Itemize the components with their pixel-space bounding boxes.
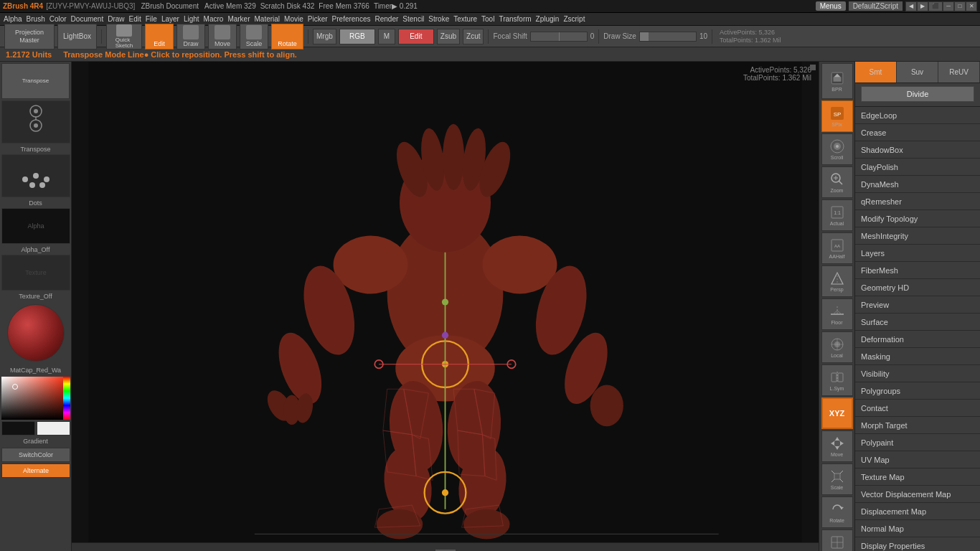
menu-item-dynamesh[interactable]: DynaMesh: [855, 176, 980, 193]
menu-item-picker[interactable]: Picker: [306, 14, 330, 24]
menu-item-alpha[interactable]: Alpha: [1, 14, 24, 24]
menu-item-color[interactable]: Color: [47, 14, 69, 24]
focal-shift-slider[interactable]: [530, 32, 588, 42]
menu-item-light[interactable]: Light: [182, 14, 202, 24]
menu-item-document[interactable]: Document: [69, 14, 106, 24]
menu-item-stencil[interactable]: Stencil: [400, 14, 426, 24]
menus-button[interactable]: Menus: [816, 1, 846, 11]
top-icon-5[interactable]: □: [954, 1, 966, 11]
draw-size-slider[interactable]: [639, 32, 697, 42]
menu-item-tool[interactable]: Tool: [479, 14, 496, 24]
menu-item-zplugin[interactable]: Zplugin: [534, 14, 562, 24]
texture-preview[interactable]: Texture: [1, 255, 70, 291]
menu-item-surface[interactable]: Surface: [855, 314, 980, 331]
move-tool-btn[interactable]: Move: [821, 430, 853, 462]
rotate-tool-btn[interactable]: Rotate: [821, 496, 853, 528]
menu-item-deformation[interactable]: Deformation: [855, 331, 980, 348]
spix-btn[interactable]: SP SPix: [821, 100, 853, 132]
menu-item-meshintegrity[interactable]: MeshIntegrity: [855, 227, 980, 245]
rgb-fill-btn[interactable]: RGB: [339, 29, 375, 44]
alpha-preview[interactable]: Alpha: [1, 208, 70, 244]
menu-item-crease[interactable]: Crease: [855, 124, 980, 141]
persp-btn[interactable]: Persp: [821, 265, 853, 297]
menu-item-stroke[interactable]: Stroke: [426, 14, 451, 24]
reuv-btn[interactable]: ReUV: [938, 62, 980, 83]
zsub-btn[interactable]: Zsub: [437, 29, 460, 44]
color-picker[interactable]: [1, 377, 70, 435]
lsym-btn[interactable]: L.Sym: [821, 364, 853, 396]
aahalf-btn[interactable]: AA AAHalf: [821, 232, 853, 264]
menu-item-polypaint[interactable]: Polypaint: [855, 434, 980, 451]
menu-item-brush[interactable]: Brush: [24, 14, 47, 24]
top-icon-2[interactable]: ▶: [917, 1, 928, 11]
menu-item-displacement_map[interactable]: Displacement Map: [855, 503, 980, 520]
move-btn[interactable]: Move: [208, 24, 237, 50]
dots-preview[interactable]: [1, 154, 70, 197]
suv-btn[interactable]: Suv: [897, 62, 938, 83]
menu-item-modify_topology[interactable]: Modify Topology: [855, 210, 980, 227]
menu-item-zscript[interactable]: Zscript: [561, 14, 587, 24]
scale-btn[interactable]: Scale: [240, 24, 268, 50]
matcap-preview[interactable]: [1, 301, 70, 364]
polyf-btn[interactable]: PolyF: [821, 529, 853, 551]
menu-item-macro[interactable]: Macro: [202, 14, 226, 24]
menu-item-edit[interactable]: Edit: [127, 14, 143, 24]
menu-item-morph_target[interactable]: Morph Target: [855, 417, 980, 434]
menu-item-uv_map[interactable]: UV Map: [855, 451, 980, 468]
divide-btn[interactable]: Divide: [861, 86, 974, 102]
mrgb-btn[interactable]: Mrgb: [313, 29, 336, 44]
menu-item-material[interactable]: Material: [253, 14, 283, 24]
rotate-btn[interactable]: Rotate: [271, 24, 303, 50]
menu-item-vector_displacement_map[interactable]: Vector Displacement Map: [855, 486, 980, 503]
edit-btn[interactable]: Edit: [145, 24, 174, 50]
actual-btn[interactable]: 1:1 Actual: [821, 199, 853, 231]
menu-item-movie[interactable]: Movie: [282, 14, 306, 24]
lightbox-btn[interactable]: LightBox: [57, 24, 97, 50]
menu-item-qremesher[interactable]: qRemesher: [855, 193, 980, 210]
switch-color-btn[interactable]: SwitchColor: [1, 448, 70, 462]
swatch-black[interactable]: [1, 421, 35, 435]
menu-item-preview[interactable]: Preview: [855, 296, 980, 314]
smt-btn[interactable]: Smt: [855, 62, 897, 83]
swatch-white[interactable]: [37, 421, 70, 435]
alternate-btn[interactable]: Alternate: [1, 463, 70, 478]
quick-sketch-btn[interactable]: Quick Sketch: [106, 24, 142, 50]
top-icon-close[interactable]: ✕: [966, 1, 977, 11]
menu-item-fibermesh[interactable]: FiberMesh: [855, 262, 980, 279]
menu-item-geometry_hd[interactable]: Geometry HD: [855, 279, 980, 296]
menu-item-layer[interactable]: Layer: [159, 14, 182, 24]
menu-item-render[interactable]: Render: [373, 14, 401, 24]
menu-item-contact[interactable]: Contact: [855, 400, 980, 417]
menu-item-draw[interactable]: Draw: [105, 14, 126, 24]
edit2-btn[interactable]: Edit: [398, 29, 434, 44]
menu-item-edgeloop[interactable]: EdgeLoop: [855, 107, 980, 124]
menu-item-texture[interactable]: Texture: [451, 14, 479, 24]
bpr-btn[interactable]: BPR: [821, 63, 853, 99]
defaultzscript-btn[interactable]: DefaultZScript: [849, 1, 903, 11]
menu-item-texture_map[interactable]: Texture Map: [855, 468, 980, 486]
menu-item-preferences[interactable]: Preferences: [330, 14, 373, 24]
local-btn[interactable]: Local: [821, 331, 853, 363]
xyz-btn[interactable]: XYZ: [821, 397, 853, 429]
menu-item-claypolish[interactable]: ClayPolish: [855, 159, 980, 176]
zoom-btn[interactable]: Zoom: [821, 166, 853, 198]
menu-item-file[interactable]: File: [143, 14, 159, 24]
menu-item-marker[interactable]: Marker: [225, 14, 252, 24]
menu-item-transform[interactable]: Transform: [496, 14, 533, 24]
projection-master-btn[interactable]: Projection Master: [4, 24, 55, 50]
menu-item-polygroups[interactable]: Polygroups: [855, 382, 980, 400]
zcut-btn[interactable]: Zcut: [463, 29, 484, 44]
top-icon-1[interactable]: ◀: [905, 1, 917, 11]
menu-item-normal_map[interactable]: Normal Map: [855, 520, 980, 537]
scroll-btn[interactable]: Scroll: [821, 133, 853, 165]
top-icon-3[interactable]: ⬛: [928, 1, 943, 11]
top-icon-4[interactable]: ─: [943, 1, 954, 11]
menu-item-visibility[interactable]: Visibility: [855, 365, 980, 382]
menu-item-display_properties[interactable]: Display Properties: [855, 537, 980, 551]
floor-btn[interactable]: Floor: [821, 298, 853, 330]
m-btn[interactable]: M: [378, 29, 395, 44]
menu-item-shadowbox[interactable]: ShadowBox: [855, 141, 980, 159]
projection-master-left[interactable]: Transpose: [1, 63, 70, 99]
menu-item-masking[interactable]: Masking: [855, 348, 980, 365]
tray-up-arrow[interactable]: ▲: [435, 549, 456, 552]
